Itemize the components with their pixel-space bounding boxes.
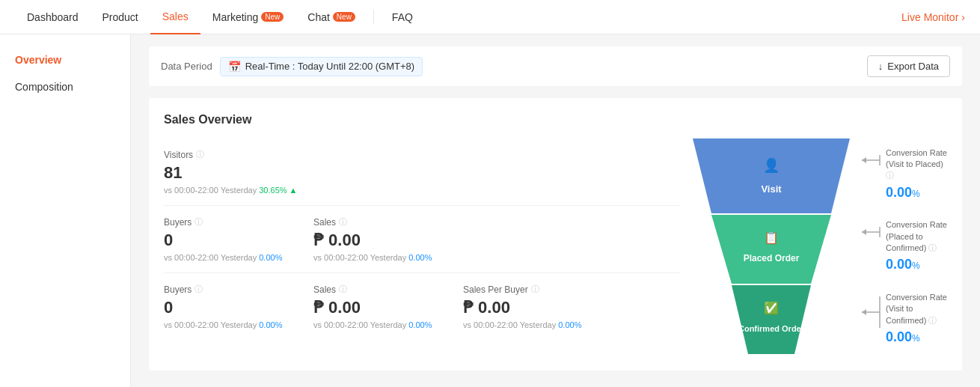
sidebar-item-overview[interactable]: Overview bbox=[0, 46, 130, 73]
conv1-pct: % bbox=[912, 189, 920, 199]
sales-per-buyer-compare: vs 00:00-22:00 Yesterday 0.00% bbox=[463, 320, 583, 329]
conv1-value: 0.00 bbox=[886, 185, 912, 200]
sales-label-2: Sales ⓘ bbox=[313, 284, 433, 295]
chat-badge: New bbox=[333, 12, 355, 22]
buyers-compare-1: vs 00:00-22:00 Yesterday 0.00% bbox=[164, 253, 284, 262]
content-area: Data Period 📅 Real-Time : Today Until 22… bbox=[131, 34, 980, 387]
svg-text:Confirmed Order: Confirmed Order bbox=[738, 324, 805, 333]
sales-per-buyer-help-icon[interactable]: ⓘ bbox=[531, 284, 539, 295]
buyers-label-2: Buyers ⓘ bbox=[164, 284, 284, 295]
download-icon: ↓ bbox=[878, 61, 883, 72]
sales-value-1: ₱ 0.00 bbox=[313, 231, 433, 250]
nav-divider bbox=[373, 10, 374, 25]
sales-per-buyer-value: ₱ 0.00 bbox=[463, 298, 583, 317]
svg-marker-6 bbox=[732, 285, 811, 354]
top-nav: Dashboard Product Sales Marketing New Ch… bbox=[0, 0, 980, 34]
conv-2-text: Conversion Rate (Placed to Confirmed) ⓘ … bbox=[886, 219, 947, 274]
conv3-help-icon[interactable]: ⓘ bbox=[928, 316, 937, 325]
nav-sales[interactable]: Sales bbox=[150, 0, 200, 34]
sales-per-buyer-block: Sales Per Buyer ⓘ ₱ 0.00 vs 00:00-22:00 … bbox=[463, 284, 583, 329]
nav-faq[interactable]: FAQ bbox=[380, 0, 425, 34]
sales-block-1: Sales ⓘ ₱ 0.00 vs 00:00-22:00 Yesterday … bbox=[313, 216, 433, 262]
svg-marker-11 bbox=[862, 157, 866, 163]
conv-visit-to-placed: Conversion Rate (Visit to Placed) ⓘ 0.00… bbox=[859, 147, 947, 202]
sales-overview-card: Sales Overview Visitors ⓘ 81 v bbox=[149, 98, 962, 371]
visitors-help-icon[interactable]: ⓘ bbox=[196, 149, 204, 160]
conv3-value: 0.00 bbox=[886, 329, 912, 344]
visitors-arrow-up: ▲ bbox=[290, 186, 298, 195]
svg-marker-14 bbox=[862, 229, 866, 235]
conv-placed-to-confirmed: Conversion Rate (Placed to Confirmed) ⓘ … bbox=[859, 219, 947, 274]
svg-marker-0 bbox=[693, 138, 850, 213]
svg-marker-17 bbox=[862, 309, 866, 315]
conversion-rates-panel: Conversion Rate (Visit to Placed) ⓘ 0.00… bbox=[859, 138, 947, 356]
buyers-pct-1: 0.00% bbox=[259, 253, 282, 262]
visitors-row: Visitors ⓘ 81 vs 00:00-22:00 Yesterday 3… bbox=[164, 138, 681, 205]
sales-per-buyer-pct: 0.00% bbox=[558, 320, 581, 329]
buyers-sales-row: Buyers ⓘ 0 vs 00:00-22:00 Yesterday 0.00… bbox=[164, 205, 681, 272]
visitors-pct: 30.65% ▲ bbox=[259, 186, 297, 195]
sales-compare-1: vs 00:00-22:00 Yesterday 0.00% bbox=[313, 253, 433, 262]
nav-marketing[interactable]: Marketing New bbox=[200, 0, 295, 34]
sales-help-icon-2[interactable]: ⓘ bbox=[339, 284, 347, 295]
buyers-value-2: 0 bbox=[164, 298, 284, 317]
sales-pct-1: 0.00% bbox=[408, 253, 432, 262]
sales-label-1: Sales ⓘ bbox=[313, 216, 433, 228]
data-period-label: Data Period bbox=[161, 61, 212, 72]
live-monitor-link[interactable]: Live Monitor › bbox=[901, 11, 965, 23]
buyers-compare-2: vs 00:00-22:00 Yesterday 0.00% bbox=[164, 320, 284, 329]
data-period-text: Real-Time : Today Until 22:00 (GMT+8) bbox=[245, 61, 415, 72]
stats-section: Visitors ⓘ 81 vs 00:00-22:00 Yesterday 3… bbox=[164, 138, 681, 356]
main-layout: Overview Composition Data Period 📅 Real-… bbox=[0, 34, 980, 387]
nav-dashboard[interactable]: Dashboard bbox=[15, 0, 91, 34]
marketing-badge: New bbox=[261, 12, 284, 22]
conv2-pct: % bbox=[912, 260, 920, 271]
conv2-value: 0.00 bbox=[886, 257, 912, 272]
sales-overview-title: Sales Overview bbox=[164, 113, 947, 127]
sales-pct-2: 0.00% bbox=[408, 320, 432, 329]
sales-per-buyer-label: Sales Per Buyer ⓘ bbox=[463, 284, 583, 295]
nav-chat[interactable]: Chat New bbox=[295, 0, 367, 34]
svg-text:Visit: Visit bbox=[761, 183, 782, 195]
stats-funnel-container: Visitors ⓘ 81 vs 00:00-22:00 Yesterday 3… bbox=[164, 138, 947, 356]
sales-compare-2: vs 00:00-22:00 Yesterday 0.00% bbox=[313, 320, 433, 329]
funnel-visit-shape: 👤 Visit bbox=[693, 138, 850, 213]
data-period-value[interactable]: 📅 Real-Time : Today Until 22:00 (GMT+8) bbox=[220, 57, 423, 76]
svg-text:👤: 👤 bbox=[763, 157, 780, 174]
data-period-bar: Data Period 📅 Real-Time : Today Until 22… bbox=[149, 46, 962, 86]
visitors-label: Visitors ⓘ bbox=[164, 149, 297, 160]
data-period-left: Data Period 📅 Real-Time : Today Until 22… bbox=[161, 57, 423, 76]
conv-1-text: Conversion Rate (Visit to Placed) ⓘ 0.00… bbox=[886, 147, 947, 202]
nav-product[interactable]: Product bbox=[91, 0, 150, 34]
svg-text:📋: 📋 bbox=[764, 231, 779, 245]
visitors-compare: vs 00:00-22:00 Yesterday 30.65% ▲ bbox=[164, 186, 297, 195]
conv-visit-to-confirmed: Conversion Rate (Visit to Confirmed) ⓘ 0… bbox=[859, 292, 947, 347]
funnel-placed-shape: 📋 Placed Order bbox=[693, 215, 850, 284]
sidebar: Overview Composition bbox=[0, 34, 131, 387]
funnel-section: 👤 Visit 📋 Placed Order ✅ bbox=[693, 138, 947, 356]
buyers-value-1: 0 bbox=[164, 231, 284, 250]
funnel-confirmed-shape: ✅ Confirmed Order bbox=[693, 285, 850, 354]
conv2-help-icon[interactable]: ⓘ bbox=[928, 243, 937, 252]
confirmed-row: Buyers ⓘ 0 vs 00:00-22:00 Yesterday 0.00… bbox=[164, 272, 681, 340]
export-data-button[interactable]: ↓ Export Data bbox=[867, 55, 950, 77]
buyers-block-2: Buyers ⓘ 0 vs 00:00-22:00 Yesterday 0.00… bbox=[164, 284, 284, 329]
calendar-icon: 📅 bbox=[228, 61, 241, 73]
svg-marker-3 bbox=[711, 215, 831, 284]
buyers-label-1: Buyers ⓘ bbox=[164, 216, 284, 228]
svg-text:Placed Order: Placed Order bbox=[744, 253, 800, 263]
visitors-block: Visitors ⓘ 81 vs 00:00-22:00 Yesterday 3… bbox=[164, 149, 297, 195]
arrow-left-icon-1 bbox=[859, 149, 881, 171]
funnel-chart: 👤 Visit 📋 Placed Order ✅ bbox=[693, 138, 850, 356]
buyers-pct-2: 0.00% bbox=[259, 320, 282, 329]
buyers-block-1: Buyers ⓘ 0 vs 00:00-22:00 Yesterday 0.00… bbox=[164, 216, 284, 262]
conv-3-text: Conversion Rate (Visit to Confirmed) ⓘ 0… bbox=[886, 292, 947, 347]
conv1-help-icon[interactable]: ⓘ bbox=[886, 171, 894, 180]
svg-text:✅: ✅ bbox=[764, 301, 779, 315]
arrow-left-icon-2 bbox=[859, 221, 881, 243]
buyers-help-icon-2[interactable]: ⓘ bbox=[195, 284, 203, 295]
sidebar-item-composition[interactable]: Composition bbox=[0, 73, 130, 100]
sales-help-icon-1[interactable]: ⓘ bbox=[339, 216, 347, 228]
buyers-help-icon-1[interactable]: ⓘ bbox=[195, 216, 203, 228]
arrow-right-icon: › bbox=[961, 11, 965, 23]
